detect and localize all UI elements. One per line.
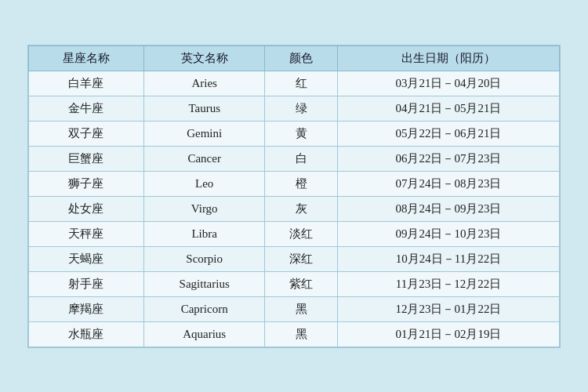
cell-color: 黑 — [265, 296, 338, 321]
cell-english-name: Scorpio — [143, 246, 265, 271]
cell-chinese-name: 天秤座 — [29, 221, 144, 246]
cell-date: 08月24日－09月23日 — [337, 196, 559, 221]
cell-date: 12月23日－01月22日 — [337, 296, 559, 321]
cell-color: 黑 — [265, 321, 338, 347]
zodiac-table: 星座名称 英文名称 颜色 出生日期（阳历） 白羊座Aries红03月21日－04… — [28, 45, 560, 347]
table-row: 金牛座Taurus绿04月21日－05月21日 — [29, 96, 560, 121]
cell-english-name: Aquarius — [143, 321, 265, 347]
cell-color: 淡红 — [265, 221, 338, 246]
header-date: 出生日期（阳历） — [337, 45, 559, 71]
cell-color: 灰 — [265, 196, 338, 221]
cell-english-name: Taurus — [143, 96, 265, 121]
cell-chinese-name: 摩羯座 — [29, 296, 144, 321]
cell-color: 红 — [265, 71, 338, 96]
cell-chinese-name: 双子座 — [29, 121, 144, 146]
header-chinese-name: 星座名称 — [29, 45, 144, 71]
cell-chinese-name: 巨蟹座 — [29, 146, 144, 171]
table-row: 水瓶座Aquarius黑01月21日－02月19日 — [29, 321, 560, 347]
cell-english-name: Cancer — [143, 146, 265, 171]
cell-date: 05月22日－06月21日 — [337, 121, 559, 146]
table-row: 射手座Sagittarius紫红11月23日－12月22日 — [29, 271, 560, 296]
cell-date: 03月21日－04月20日 — [337, 71, 559, 96]
cell-color: 白 — [265, 146, 338, 171]
table-header-row: 星座名称 英文名称 颜色 出生日期（阳历） — [29, 45, 560, 71]
cell-color: 橙 — [265, 171, 338, 196]
cell-english-name: Capricorn — [143, 296, 265, 321]
cell-english-name: Leo — [143, 171, 265, 196]
cell-date: 10月24日－11月22日 — [337, 246, 559, 271]
cell-color: 紫红 — [265, 271, 338, 296]
cell-chinese-name: 狮子座 — [29, 171, 144, 196]
table-row: 白羊座Aries红03月21日－04月20日 — [29, 71, 560, 96]
cell-date: 04月21日－05月21日 — [337, 96, 559, 121]
cell-chinese-name: 天蝎座 — [29, 246, 144, 271]
cell-chinese-name: 处女座 — [29, 196, 144, 221]
table-row: 双子座Gemini黄05月22日－06月21日 — [29, 121, 560, 146]
cell-date: 06月22日－07月23日 — [337, 146, 559, 171]
table-row: 狮子座Leo橙07月24日－08月23日 — [29, 171, 560, 196]
cell-english-name: Aries — [143, 71, 265, 96]
cell-chinese-name: 水瓶座 — [29, 321, 144, 347]
header-color: 颜色 — [265, 45, 338, 71]
cell-date: 01月21日－02月19日 — [337, 321, 559, 347]
cell-date: 07月24日－08月23日 — [337, 171, 559, 196]
zodiac-table-container: 星座名称 英文名称 颜色 出生日期（阳历） 白羊座Aries红03月21日－04… — [27, 45, 561, 348]
table-row: 摩羯座Capricorn黑12月23日－01月22日 — [29, 296, 560, 321]
cell-date: 11月23日－12月22日 — [337, 271, 559, 296]
cell-chinese-name: 金牛座 — [29, 96, 144, 121]
cell-chinese-name: 白羊座 — [29, 71, 144, 96]
cell-english-name: Libra — [143, 221, 265, 246]
cell-english-name: Gemini — [143, 121, 265, 146]
cell-color: 绿 — [265, 96, 338, 121]
cell-color: 黄 — [265, 121, 338, 146]
table-row: 处女座Virgo灰08月24日－09月23日 — [29, 196, 560, 221]
table-row: 天秤座Libra淡红09月24日－10月23日 — [29, 221, 560, 246]
cell-english-name: Sagittarius — [143, 271, 265, 296]
table-row: 天蝎座Scorpio深红10月24日－11月22日 — [29, 246, 560, 271]
cell-english-name: Virgo — [143, 196, 265, 221]
cell-date: 09月24日－10月23日 — [337, 221, 559, 246]
cell-chinese-name: 射手座 — [29, 271, 144, 296]
table-body: 白羊座Aries红03月21日－04月20日金牛座Taurus绿04月21日－0… — [29, 71, 560, 347]
table-row: 巨蟹座Cancer白06月22日－07月23日 — [29, 146, 560, 171]
header-english-name: 英文名称 — [143, 45, 265, 71]
cell-color: 深红 — [265, 246, 338, 271]
